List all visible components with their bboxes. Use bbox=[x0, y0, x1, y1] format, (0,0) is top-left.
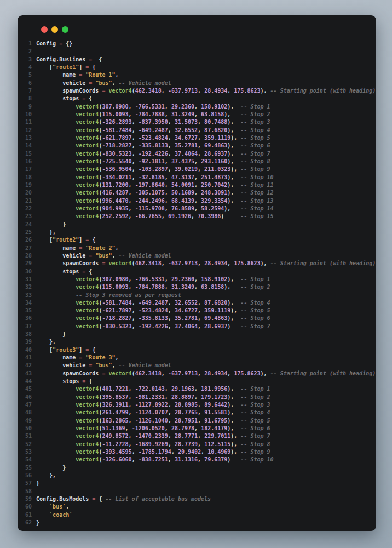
code-line: 28 vehicle = "bus", -- Vehicle model bbox=[22, 252, 371, 260]
line-number: 57 bbox=[22, 480, 32, 487]
code-text: }, bbox=[36, 338, 56, 346]
code-text: stops = { bbox=[36, 378, 92, 385]
code-text: stops = { bbox=[36, 95, 92, 102]
code-text: vector4(307.0980, -766.5331, 29.2360, 15… bbox=[36, 103, 270, 111]
line-number: 56 bbox=[22, 472, 32, 480]
code-line: 3Config.BusLines = { bbox=[22, 56, 371, 64]
line-number: 43 bbox=[22, 370, 32, 378]
code-line: 42 vehicle = "bus", -- Vehicle model bbox=[22, 362, 371, 369]
code-line: 50 vector4(51.1369, -1206.0520, 28.7978,… bbox=[22, 425, 371, 432]
code-line: 12 vector4(-581.7484, -649.2487, 32.6552… bbox=[22, 127, 371, 134]
code-line: 37 vector4(-830.5323, -192.4226, 37.4064… bbox=[22, 323, 371, 330]
line-number: 34 bbox=[22, 299, 32, 307]
line-number: 50 bbox=[22, 425, 32, 432]
code-text: vector4(-393.4595, -1785.1794, 20.9402, … bbox=[36, 448, 270, 456]
code-text: vector4(-621.7897, -523.4824, 34.6727, 3… bbox=[36, 307, 270, 315]
line-number: 60 bbox=[22, 503, 32, 511]
code-line: 13 vector4(-621.7897, -523.4824, 34.6727… bbox=[22, 134, 371, 142]
minimize-button[interactable] bbox=[51, 26, 58, 33]
line-number: 2 bbox=[22, 48, 32, 55]
line-number: 10 bbox=[22, 111, 32, 118]
code-text: vector4(252.2592, -66.7655, 69.1926, 70.… bbox=[36, 213, 274, 220]
code-line: 62} bbox=[22, 519, 371, 527]
line-number: 48 bbox=[22, 409, 32, 416]
code-text: vector4(51.1369, -1206.0520, 28.7978, 18… bbox=[36, 425, 270, 432]
code-text: } bbox=[36, 330, 66, 338]
code-text: Config.BusLines = { bbox=[36, 56, 102, 64]
code-line: 61 `coach` bbox=[22, 511, 371, 519]
code-text: vector4(-718.2827, -335.8133, 35.2781, 6… bbox=[36, 142, 270, 150]
line-number: 30 bbox=[22, 268, 32, 276]
code-line: 34 vector4(-581.7484, -649.2487, 32.6552… bbox=[22, 299, 371, 307]
code-line: 41 name = "Route 3", bbox=[22, 354, 371, 362]
code-text: vector4(-830.5323, -192.4226, 37.4064, 2… bbox=[36, 150, 270, 158]
code-text: vector4(-718.2827, -335.8133, 35.2781, 6… bbox=[36, 315, 270, 322]
line-number: 6 bbox=[22, 79, 32, 87]
line-number: 27 bbox=[22, 244, 32, 252]
line-number: 42 bbox=[22, 362, 32, 369]
code-line: 49 vector4(163.2865, -1126.1040, 28.7951… bbox=[22, 417, 371, 425]
line-number: 37 bbox=[22, 323, 32, 330]
code-text: vector4(-334.0211, -32.8185, 47.3137, 25… bbox=[36, 174, 274, 181]
line-number: 40 bbox=[22, 346, 32, 354]
code-text: vector4(-326.2893, -837.3950, 31.5073, 8… bbox=[36, 118, 270, 126]
line-number: 29 bbox=[22, 260, 32, 267]
line-number: 62 bbox=[22, 519, 32, 527]
code-text: vector4(-581.7484, -649.2487, 32.6552, 8… bbox=[36, 127, 270, 134]
code-line: 9 vector4(307.0980, -766.5331, 29.2360, … bbox=[22, 103, 371, 111]
line-number: 7 bbox=[22, 87, 32, 95]
line-number: 12 bbox=[22, 127, 32, 134]
code-text: } bbox=[36, 480, 39, 487]
line-number: 25 bbox=[22, 229, 32, 236]
line-number: 61 bbox=[22, 511, 32, 519]
code-text: vector4(115.0093, -784.7888, 31.3249, 63… bbox=[36, 283, 270, 291]
code-line: 27 name = "Route 2", bbox=[22, 244, 371, 252]
line-number: 18 bbox=[22, 174, 32, 181]
code-text: ["route1"] = { bbox=[36, 64, 95, 71]
code-line: 20 vector4(416.4287, -305.1075, 50.1689,… bbox=[22, 189, 371, 197]
line-number: 52 bbox=[22, 441, 32, 448]
code-text bbox=[36, 488, 39, 495]
code-text: vector4(307.0980, -766.5331, 29.2360, 15… bbox=[36, 276, 270, 283]
code-line: 55 } bbox=[22, 464, 371, 472]
close-button[interactable] bbox=[41, 26, 48, 33]
line-number: 47 bbox=[22, 401, 32, 409]
code-line: 10 vector4(115.0093, -784.7888, 31.3249,… bbox=[22, 111, 371, 118]
code-line: 36 vector4(-718.2827, -335.8133, 35.2781… bbox=[22, 315, 371, 322]
code-text: }, bbox=[36, 472, 56, 480]
line-number: 32 bbox=[22, 283, 32, 291]
code-line: 59Config.BusModels = { -- List of accept… bbox=[22, 495, 371, 503]
code-line: 26 ["route2"] = { bbox=[22, 236, 371, 244]
code-line: 39 }, bbox=[22, 338, 371, 346]
code-text: } bbox=[36, 519, 39, 527]
code-text: Config = {} bbox=[36, 40, 72, 48]
line-number: 36 bbox=[22, 315, 32, 322]
code-text: vector4(131.7200, -197.8640, 54.0091, 25… bbox=[36, 181, 274, 189]
code-line: 14 vector4(-718.2827, -335.8133, 35.2781… bbox=[22, 142, 371, 150]
line-number: 4 bbox=[22, 64, 32, 71]
code-line: 58 bbox=[22, 488, 371, 495]
code-text: vector4(-581.7484, -649.2487, 32.6552, 8… bbox=[36, 299, 270, 307]
line-number: 19 bbox=[22, 181, 32, 189]
line-number: 21 bbox=[22, 197, 32, 205]
code-text bbox=[36, 48, 39, 55]
code-line: 32 vector4(115.0093, -784.7888, 31.3249,… bbox=[22, 283, 371, 291]
code-line: 23 vector4(252.2592, -66.7655, 69.1926, … bbox=[22, 213, 371, 220]
code-line: 52 vector4(-11.2728, -1689.9269, 28.7739… bbox=[22, 441, 371, 448]
code-text: vector4(-326.6060, -838.7251, 31.1316, 7… bbox=[36, 456, 274, 464]
code-text: name = "Route 3", bbox=[36, 354, 119, 362]
line-number: 16 bbox=[22, 158, 32, 165]
code-text: vector4(401.7221, -722.0143, 29.1963, 18… bbox=[36, 385, 270, 393]
code-text: stops = { bbox=[36, 268, 92, 276]
line-number: 23 bbox=[22, 213, 32, 220]
code-text: vector4(-830.5323, -192.4226, 37.4064, 2… bbox=[36, 323, 270, 330]
code-line: 5 name = "Route 1", bbox=[22, 71, 371, 79]
code-line: 57} bbox=[22, 480, 371, 487]
code-text: vector4(249.8572, -1470.2339, 28.7771, 2… bbox=[36, 432, 270, 440]
code-line: 4 ["route1"] = { bbox=[22, 64, 371, 71]
code-text: vector4(-725.5540, -92.1811, 37.4375, 29… bbox=[36, 158, 270, 165]
line-number: 49 bbox=[22, 417, 32, 425]
code-text: spawnCoords = vector4(462.3418, -637.971… bbox=[36, 260, 376, 267]
maximize-button[interactable] bbox=[62, 26, 68, 33]
code-line: 51 vector4(249.8572, -1470.2339, 28.7771… bbox=[22, 432, 371, 440]
